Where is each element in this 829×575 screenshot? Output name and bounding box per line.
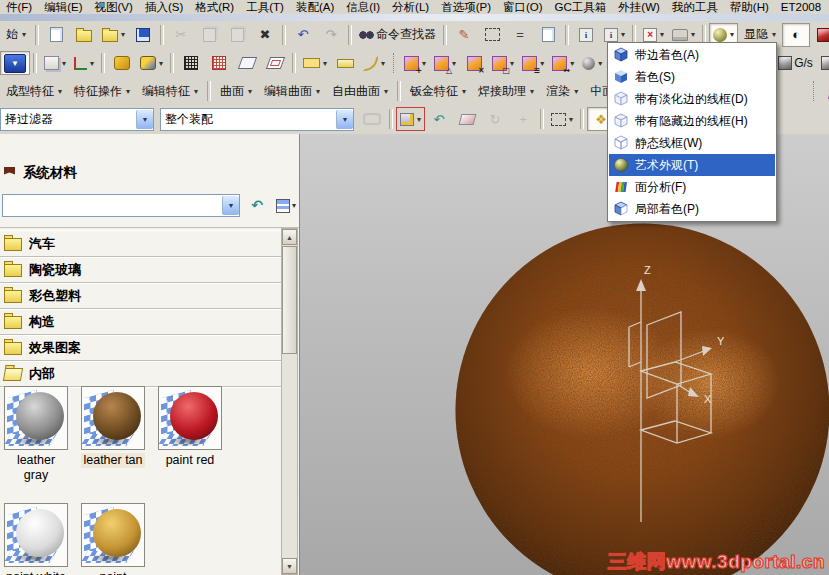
selection-filter-combo[interactable]: 择过滤器▼: [0, 108, 154, 131]
category-automobile[interactable]: 汽车: [0, 231, 281, 257]
plane-grid-button[interactable]: [261, 51, 289, 75]
start-button[interactable]: 始▾: [0, 24, 32, 46]
scope-combo[interactable]: 整个装配▼: [160, 108, 354, 131]
delete-button[interactable]: ✖: [251, 23, 279, 47]
menu-item-wireframe-faded[interactable]: 带有淡化边的线框(D): [609, 88, 775, 110]
grid-snap-button[interactable]: [205, 51, 233, 75]
appearance-doc-button[interactable]: [534, 23, 562, 47]
menu-et2008[interactable]: ET2008: [775, 0, 827, 14]
menu-file[interactable]: 件(F): [0, 0, 38, 14]
menu-help[interactable]: 帮助(H): [724, 0, 775, 14]
material-thumbnail[interactable]: [81, 503, 145, 567]
menu-preferences[interactable]: 首选项(P): [435, 0, 497, 14]
tab-form-features[interactable]: 成型特征▾: [0, 80, 68, 102]
snap-box-button[interactable]: [478, 23, 506, 47]
scroll-up-button[interactable]: ▲: [282, 229, 297, 245]
material-paint-gold[interactable]: paint: [79, 503, 147, 575]
material-leather-tan[interactable]: leather tan: [79, 386, 147, 483]
command-finder-button[interactable]: 命令查找器: [355, 23, 440, 47]
material-thumbnail[interactable]: [4, 386, 68, 450]
menu-gc-toolbox[interactable]: GC工具箱: [549, 0, 613, 14]
magnet-button[interactable]: ▾: [396, 107, 425, 131]
feature-copy-button[interactable]: □▾: [488, 51, 518, 75]
menu-item-face-analysis[interactable]: 面分析(F): [609, 176, 775, 198]
os-toggle-button[interactable]: O/s: [817, 51, 829, 75]
tab-edit-surface[interactable]: 编辑曲面▾: [258, 80, 326, 102]
feature-measure-button[interactable]: ↔▾: [548, 51, 578, 75]
feature-delete-button[interactable]: ×: [460, 51, 488, 75]
menu-my-tools[interactable]: 我的工具: [666, 0, 724, 14]
material-leather-gray[interactable]: leather gray: [2, 386, 70, 483]
materials-search-combo[interactable]: ▼: [2, 194, 240, 217]
tab-freeform[interactable]: 自由曲面▾: [326, 80, 394, 102]
tab-edit-features[interactable]: 编辑特征▾: [136, 80, 204, 102]
category-ceramic-glass[interactable]: 陶瓷玻璃: [0, 257, 281, 283]
layers-button[interactable]: ▾: [40, 51, 70, 75]
scroll-down-button[interactable]: ▼: [282, 558, 297, 574]
eraser-button[interactable]: [453, 107, 481, 131]
grid-button[interactable]: [177, 51, 205, 75]
material-paint-white[interactable]: paint white: [2, 503, 70, 575]
material-paint-red[interactable]: paint red: [156, 386, 224, 483]
category-effect-patterns[interactable]: 效果图案: [0, 335, 281, 361]
info-button[interactable]: [572, 23, 600, 47]
combo-arrow-icon[interactable]: ▼: [136, 110, 153, 129]
panel-scrollbar[interactable]: ▲ ▼: [281, 228, 298, 575]
link-button[interactable]: [358, 107, 386, 131]
cut-button[interactable]: ✂: [167, 23, 195, 47]
menu-format[interactable]: 格式(R): [189, 0, 240, 14]
view-dropdown-button[interactable]: [0, 51, 30, 75]
curve-tool-button[interactable]: ƒ▾: [820, 79, 829, 103]
menu-tools[interactable]: 工具(T): [240, 0, 290, 14]
combo-arrow-icon[interactable]: ▼: [336, 110, 353, 129]
tab-weld-assist[interactable]: 焊接助理▾: [472, 80, 540, 102]
open-recent-button[interactable]: ▾: [98, 23, 129, 47]
menu-view[interactable]: 视图(V): [89, 0, 139, 14]
constraint-button[interactable]: =: [506, 23, 534, 47]
feature-add-button[interactable]: +▾: [400, 51, 430, 75]
paste-button[interactable]: [223, 23, 251, 47]
category-construction[interactable]: 构造: [0, 309, 281, 335]
undo-button[interactable]: ↶: [289, 23, 317, 47]
menu-insert[interactable]: 插入(S): [139, 0, 189, 14]
transform-button[interactable]: +: [509, 107, 537, 131]
combo-arrow-icon[interactable]: ▼: [222, 196, 239, 215]
menu-item-static-wireframe[interactable]: 静态线框(W): [609, 132, 775, 154]
menu-addons[interactable]: 外挂(W): [612, 0, 666, 14]
work-plane-button[interactable]: [233, 51, 261, 75]
measure-button[interactable]: [331, 51, 359, 75]
gray-sphere-button[interactable]: ▾: [578, 51, 606, 75]
red-cube-button[interactable]: [810, 23, 829, 47]
materials-refresh-button[interactable]: ↶: [245, 195, 269, 217]
menu-item-artistic-appearance[interactable]: 艺术外观(T): [609, 154, 775, 176]
dimension-button[interactable]: ▾: [299, 51, 331, 75]
category-interior[interactable]: 内部: [0, 361, 281, 387]
coordinate-button[interactable]: ▾: [70, 51, 98, 75]
gs-toggle-button[interactable]: G/s: [774, 51, 817, 75]
select-rect-button[interactable]: ▾: [547, 107, 577, 131]
materials-viewmode-button[interactable]: ▾: [274, 195, 298, 217]
scrollbar-thumb[interactable]: [282, 246, 297, 354]
reset-button[interactable]: ↶: [425, 107, 453, 131]
menu-item-partial-shading[interactable]: 局部着色(P): [609, 198, 775, 220]
save-button[interactable]: [129, 23, 157, 47]
orientation-button[interactable]: [108, 51, 136, 75]
sketch-button[interactable]: ✎: [450, 23, 478, 47]
redo-button[interactable]: ↷: [317, 23, 345, 47]
menu-assembly[interactable]: 装配(A): [290, 0, 340, 14]
category-colored-plastic[interactable]: 彩色塑料: [0, 283, 281, 309]
tab-render[interactable]: 渲染▾: [540, 80, 584, 102]
open-button[interactable]: [70, 23, 98, 47]
section-view-button[interactable]: ◐: [782, 23, 810, 47]
menu-information[interactable]: 信息(I): [340, 0, 386, 14]
feature-list-button[interactable]: ≡▾: [518, 51, 548, 75]
menu-window[interactable]: 窗口(O): [497, 0, 549, 14]
tab-surface[interactable]: 曲面▾: [214, 80, 258, 102]
view-cube-button[interactable]: ▾: [136, 51, 167, 75]
material-thumbnail[interactable]: [158, 386, 222, 450]
menu-edit[interactable]: 编辑(E): [38, 0, 88, 14]
menu-analysis[interactable]: 分析(L): [386, 0, 435, 14]
tab-feature-ops[interactable]: 特征操作▾: [68, 80, 136, 102]
menu-item-shaded-with-edges[interactable]: 带边着色(A): [609, 44, 775, 66]
menu-item-shaded[interactable]: 着色(S): [609, 66, 775, 88]
